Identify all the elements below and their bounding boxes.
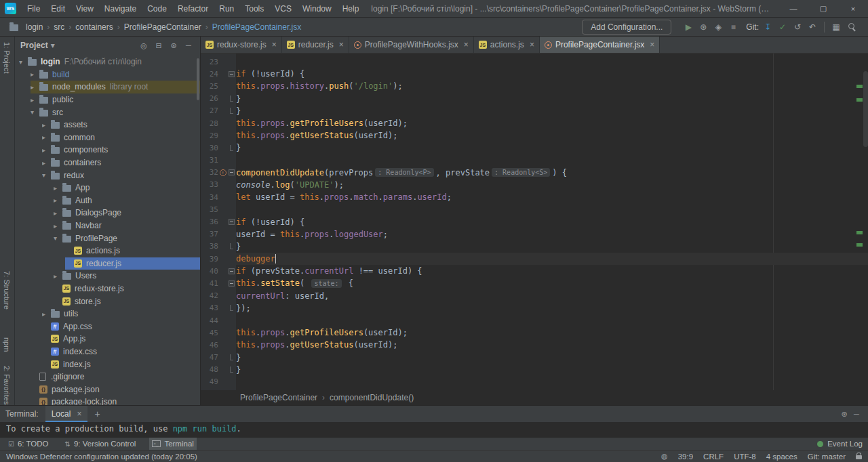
line-number[interactable]: 24 [201,70,218,79]
chevron-right-icon[interactable]: ▸ [31,83,39,91]
line-number[interactable]: 44 [201,316,218,325]
code-line-24[interactable]: 24 if (!userId) { [201,68,868,80]
chevron-down-icon[interactable]: ▾ [54,234,62,242]
tree-item-navbar[interactable]: ▸Navbar [15,219,200,232]
fold-start-icon[interactable] [229,169,235,175]
tree-item-index-js[interactable]: JSindex.js [15,358,200,371]
fold-end-icon[interactable] [230,96,233,102]
code-line-34[interactable]: 34 let userId = this.props.match.params.… [201,191,868,203]
tree-item-redux[interactable]: ▾redux [15,169,200,182]
code-line-38[interactable]: 38 } [201,240,868,253]
hide-panel-icon[interactable]: ─ [850,410,863,418]
fold-start-icon[interactable] [229,71,235,77]
code-line-32[interactable]: 32↑ componentDidUpdate(prevProps: Readon… [201,167,868,179]
fold-end-icon[interactable] [230,108,233,114]
code-line-37[interactable]: 37 userId = this.props.loggedUser; [201,228,868,240]
minimize-icon[interactable]: — [778,0,808,17]
hide-panel-icon[interactable]: ─ [182,41,195,49]
tool-stripe-project[interactable]: 1: Project [3,42,11,73]
line-number[interactable]: 33 [201,180,218,189]
code-line-27[interactable]: 27 } [201,105,868,117]
tree-item-users[interactable]: ▸Users [15,270,200,282]
maximize-icon[interactable]: ▢ [808,0,838,17]
tool-stripe-structure[interactable]: 7: Structure [3,271,11,310]
overrides-method-icon[interactable]: ↑ [220,169,226,176]
stop-icon[interactable]: ■ [726,22,741,32]
tree-item-index-css[interactable]: #index.css [15,345,200,358]
status-notification[interactable]: Windows Defender configuration updated (… [6,453,197,461]
editor-tab-reducer-js[interactable]: JSreducer.js× [282,37,349,53]
line-number[interactable]: 23 [201,58,218,66]
chevron-down-icon[interactable]: ▾ [19,58,28,66]
code-line-26[interactable]: 26 } [201,93,868,105]
line-number[interactable]: 41 [201,279,218,288]
code-line-35[interactable]: 35 [201,203,868,215]
editor-scrollbar[interactable] [863,71,868,147]
tree-item-public[interactable]: ▸public [15,93,200,106]
code-line-49[interactable]: 49 [201,376,868,388]
indent-style[interactable]: 4 spaces [766,453,797,461]
code-line-40[interactable]: 40 if (prevState.currentUrl !== userId) … [201,265,868,277]
tree-item-dialogspage[interactable]: ▸DialogsPage [15,207,200,219]
menu-vcs[interactable]: VCS [269,0,297,17]
editor-tab-profilepagecontainer-jsx[interactable]: ProfilePageContainer.jsx× [540,37,660,53]
code-line-28[interactable]: 28 this.props.getProfileUsers(userId); [201,117,868,129]
fold-end-icon[interactable] [230,243,233,249]
tool-stripe-favorites[interactable]: 2: Favorites [3,366,11,404]
line-number[interactable]: 48 [201,365,218,374]
tree-item-store-js[interactable]: JSstore.js [15,295,200,308]
encoding[interactable]: UTF-8 [734,453,756,461]
editor-breadcrumb-profilepagecontainer[interactable]: ProfilePageContainer [240,393,317,402]
fold-end-icon[interactable] [230,145,233,151]
tree-item-components[interactable]: ▸components [15,144,200,156]
menu-edit[interactable]: Edit [45,0,71,17]
line-number[interactable]: 46 [201,341,218,350]
menu-navigate[interactable]: Navigate [99,0,142,17]
coverage-icon[interactable]: ◈ [711,22,726,32]
git-branch[interactable]: Git: master [808,453,846,461]
code-line-44[interactable]: 44 [201,314,868,327]
git-commit-icon[interactable]: ✓ [775,22,790,32]
tool-stripe-npm[interactable]: npm [3,337,11,352]
menu-tools[interactable]: Tools [239,0,269,17]
line-number[interactable]: 39 [201,255,218,264]
fold-start-icon[interactable] [229,219,235,225]
tree-item-profilepage[interactable]: ▾ProfilePage [15,232,200,245]
line-number[interactable]: 37 [201,230,218,238]
breadcrumb-item-src[interactable]: src [54,22,64,32]
chevron-down-icon[interactable]: ▾ [42,171,51,179]
line-number[interactable]: 36 [201,217,218,226]
line-number[interactable]: 27 [201,106,218,115]
code-line-46[interactable]: 46 this.props.getUserStatus(userId); [201,339,868,351]
collapse-all-icon[interactable]: ⊟ [153,41,165,50]
line-number[interactable]: 32 [201,168,218,177]
menu-run[interactable]: Run [214,0,239,17]
line-number[interactable]: 25 [201,82,218,91]
fold-end-icon[interactable] [230,366,233,373]
chevron-right-icon[interactable]: ▸ [54,184,62,192]
close-icon[interactable]: × [530,40,534,49]
lock-icon[interactable] [856,455,862,459]
close-icon[interactable]: × [77,409,81,419]
line-number[interactable]: 45 [201,329,218,337]
line-number[interactable]: 26 [201,94,218,103]
code-line-31[interactable]: 31 [201,154,868,167]
chevron-right-icon[interactable]: ▸ [54,222,62,230]
error-stripe-mark[interactable] [856,231,863,234]
code-line-47[interactable]: 47 } [201,352,868,364]
tree-item-src[interactable]: ▾src [15,106,200,119]
tree-item-auth[interactable]: ▸Auth [15,194,200,207]
breadcrumb-item-login[interactable]: login [9,22,43,32]
git-history-icon[interactable]: ↺ [790,22,805,32]
tree-item-build[interactable]: ▸build [15,68,200,81]
menu-code[interactable]: Code [142,0,172,17]
version-control-button[interactable]: ⇅9: Version Control [62,438,139,450]
line-number[interactable]: 42 [201,291,218,300]
tree-item-login[interactable]: ▾loginF:\Робочий стіл\login [15,56,200,68]
menu-help[interactable]: Help [337,0,365,17]
chevron-right-icon[interactable]: ▸ [31,70,39,78]
git-update-icon[interactable]: ↧ [760,22,775,32]
line-number[interactable]: 49 [201,377,218,386]
code-line-39[interactable]: 39debugger [201,253,868,265]
tree-item-reducer-js[interactable]: JSreducer.js [15,257,200,270]
